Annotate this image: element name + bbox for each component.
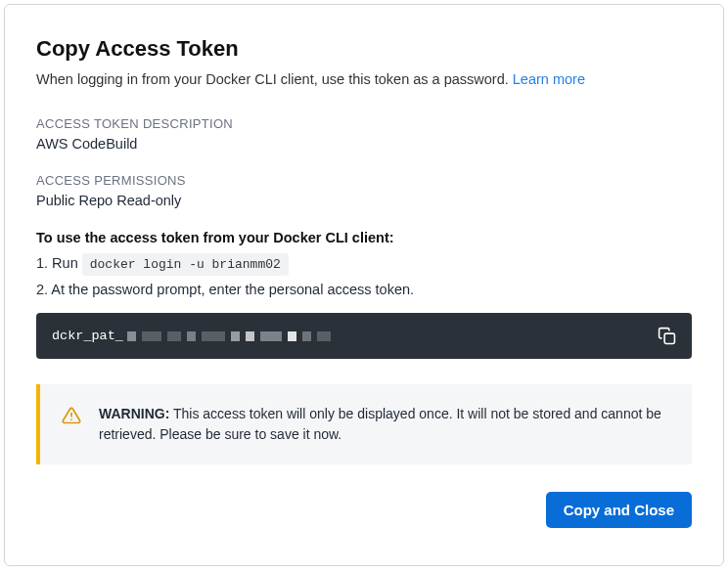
step-1-prefix: 1. Run [36,255,82,271]
warning-text: WARNING: This access token will only be … [99,404,670,445]
copy-and-close-button[interactable]: Copy and Close [546,492,692,528]
instructions-heading: To use the access token from your Docker… [36,230,692,245]
svg-rect-0 [664,333,674,343]
token-redacted [127,331,331,341]
button-row: Copy and Close [36,492,692,528]
access-token-modal: Copy Access Token When logging in from y… [4,4,724,566]
token-display: dckr_pat_ [36,313,692,359]
token-prefix: dckr_pat_ [52,329,123,343]
description-value: AWS CodeBuild [36,136,692,152]
warning-icon [62,404,81,429]
step-1: 1. Run docker login -u brianmm02 [36,255,692,272]
warning-banner: WARNING: This access token will only be … [36,384,692,464]
token-content: dckr_pat_ [52,329,331,343]
modal-title: Copy Access Token [36,36,692,62]
modal-subtitle: When logging in from your Docker CLI cli… [36,71,692,87]
step-1-code: docker login -u brianmm02 [82,253,289,276]
copy-icon [658,327,676,345]
description-label: ACCESS TOKEN DESCRIPTION [36,116,692,131]
learn-more-link[interactable]: Learn more [513,71,585,87]
permissions-label: ACCESS PERMISSIONS [36,173,692,188]
copy-token-button[interactable] [658,327,676,345]
warning-body: This access token will only be displayed… [99,406,661,442]
warning-label: WARNING: [99,406,169,421]
description-section: ACCESS TOKEN DESCRIPTION AWS CodeBuild [36,116,692,152]
permissions-value: Public Repo Read-only [36,193,692,208]
permissions-section: ACCESS PERMISSIONS Public Repo Read-only [36,173,692,208]
step-2: 2. At the password prompt, enter the per… [36,282,692,297]
subtitle-text: When logging in from your Docker CLI cli… [36,71,513,87]
